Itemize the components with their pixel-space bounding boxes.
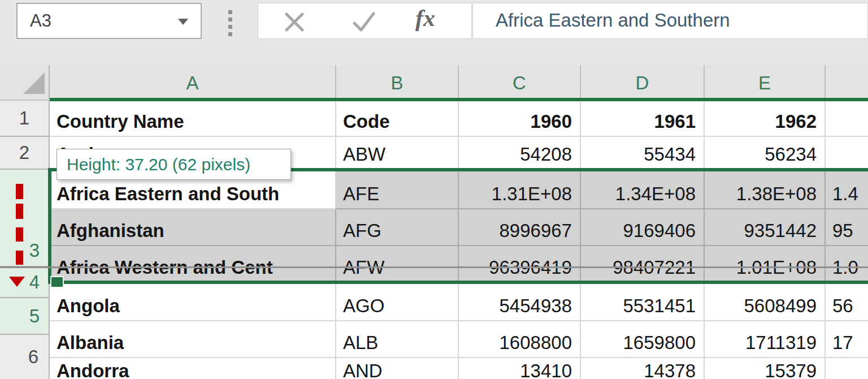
drag-annotation-dash [16, 251, 23, 265]
cell-E4[interactable]: 9351442 [705, 209, 826, 246]
drag-annotation-arrow-icon [9, 277, 25, 287]
formula-button-panel: fx [258, 3, 472, 39]
drag-annotation-dash [16, 227, 23, 242]
cell-F4[interactable]: 95 [826, 209, 868, 246]
cell-A8[interactable]: Andorra [50, 358, 336, 379]
cell-E1[interactable]: 1962 [705, 101, 826, 137]
cell-B7[interactable]: ALB [336, 321, 459, 358]
name-box-value: A3 [30, 4, 51, 38]
cell-F3[interactable]: 1.4 [826, 170, 868, 209]
column-header-B[interactable]: B [336, 65, 459, 101]
cell-D6[interactable]: 5531451 [581, 283, 705, 321]
row-height-tooltip: Height: 37.20 (62 pixels) [57, 149, 291, 180]
select-all-corner[interactable] [0, 65, 50, 101]
cell-F6[interactable]: 56 [826, 283, 868, 321]
worksheet-grid: ABCDEF 123456 Country NameCode1960196119… [0, 65, 868, 379]
cell-E3[interactable]: 1.38E+08 [705, 170, 826, 209]
column-header-D[interactable]: D [581, 65, 705, 101]
cell-B3[interactable]: AFE [336, 170, 459, 209]
select-all-triangle-icon [23, 72, 45, 94]
cell-C1[interactable]: 1960 [459, 101, 581, 137]
row-header-6[interactable]: 6 [0, 335, 50, 379]
cell-C5[interactable]: 96396419 [459, 246, 581, 283]
cell-B1[interactable]: Code [336, 101, 459, 137]
column-header-F[interactable]: F [826, 65, 868, 101]
cell-B2[interactable]: ABW [336, 137, 459, 170]
formula-bar[interactable]: Africa Eastern and Southern [472, 3, 868, 39]
row-height-tooltip-text: Height: 37.20 (62 pixels) [67, 155, 250, 174]
cell-D3[interactable]: 1.34E+08 [581, 170, 705, 209]
cell-E2[interactable]: 56234 [705, 137, 826, 170]
row-header-5[interactable]: 5 [0, 298, 50, 335]
cell-C3[interactable]: 1.31E+08 [459, 170, 581, 209]
name-box-dropdown-icon[interactable] [178, 19, 188, 25]
drag-annotation-dash [16, 184, 23, 199]
formula-bar-splitter-icon[interactable] [227, 10, 233, 40]
row-header-2[interactable]: 2 [0, 137, 50, 170]
cell-F1[interactable] [826, 101, 868, 137]
cell-C2[interactable]: 54208 [459, 137, 581, 170]
cell-B8[interactable]: AND [336, 358, 459, 379]
selection-border-bottom [48, 281, 868, 284]
cell-D8[interactable]: 14378 [581, 358, 705, 379]
cell-E6[interactable]: 5608499 [705, 283, 826, 321]
cell-A4[interactable]: Afghanistan [50, 209, 336, 246]
cell-D4[interactable]: 9169406 [581, 209, 705, 246]
cell-C4[interactable]: 8996967 [459, 209, 581, 246]
cell-C8[interactable]: 13410 [459, 358, 581, 379]
column-header-E[interactable]: E [705, 65, 826, 101]
cell-E8[interactable]: 15379 [705, 358, 826, 379]
cell-F7[interactable]: 17 [826, 321, 868, 358]
formula-bar-content: Africa Eastern and Southern [496, 3, 730, 37]
cell-D7[interactable]: 1659800 [581, 321, 705, 358]
cell-A5[interactable]: Africa Western and Cent [50, 246, 336, 283]
cell-B5[interactable]: AFW [336, 246, 459, 283]
column-header-C[interactable]: C [459, 65, 581, 101]
cancel-icon[interactable] [283, 11, 306, 35]
cell-D1[interactable]: 1961 [581, 101, 705, 137]
column-header-A[interactable]: A [50, 65, 336, 101]
cell-F2[interactable] [826, 137, 868, 170]
fill-handle[interactable] [50, 276, 64, 288]
row-header-4[interactable]: 4 [0, 267, 50, 298]
insert-function-icon[interactable]: fx [415, 5, 435, 32]
excel-window: A3 fx Africa Eastern and Southern ABCDEF… [0, 0, 868, 379]
cell-D2[interactable]: 55434 [581, 137, 705, 170]
row-header-1[interactable]: 1 [0, 101, 50, 137]
cell-D5[interactable]: 98407221 [581, 246, 705, 283]
cell-E5[interactable]: 1.01E+08 [705, 246, 826, 283]
cell-F8[interactable] [826, 358, 868, 379]
cell-E7[interactable]: 1711319 [705, 321, 826, 358]
cell-B4[interactable]: AFG [336, 209, 459, 246]
formula-bar-area: A3 fx Africa Eastern and Southern [0, 0, 868, 65]
enter-check-icon[interactable] [351, 11, 376, 35]
cell-C6[interactable]: 5454938 [459, 283, 581, 321]
row-resize-guide-line [0, 266, 868, 268]
cell-C7[interactable]: 1608800 [459, 321, 581, 358]
drag-annotation-dash [16, 204, 23, 219]
cell-F5[interactable]: 1.0 [826, 246, 868, 283]
cell-A1[interactable]: Country Name [50, 101, 336, 137]
cell-A7[interactable]: Albania [50, 321, 336, 358]
column-header-selection-bar [50, 98, 868, 101]
row-header-3[interactable]: 3 [0, 170, 50, 267]
cell-A6[interactable]: Angola [50, 283, 336, 321]
name-box[interactable]: A3 [16, 3, 202, 39]
cell-B6[interactable]: AGO [336, 283, 459, 321]
